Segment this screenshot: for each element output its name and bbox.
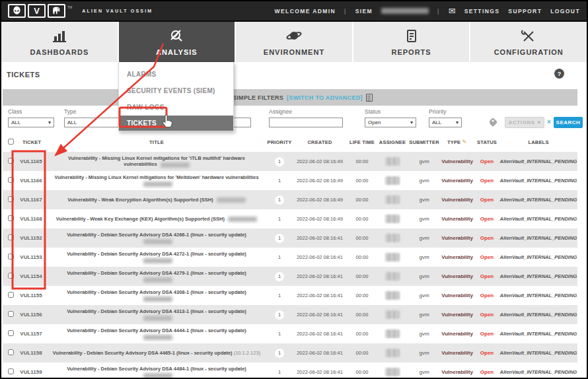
ticket-row[interactable]: VUL1166 Vulnerability - Missing Linux Ke… bbox=[3, 171, 577, 190]
priority-cell: 1 bbox=[267, 349, 292, 358]
ticket-row[interactable]: VUL1167 Vulnerability - Weak Encryption … bbox=[3, 190, 577, 209]
ticket-title[interactable]: Vulnerability - Weak Key Exchange (KEX) … bbox=[46, 216, 267, 222]
assignee-cell bbox=[377, 368, 408, 376]
lifetime-cell: 00:00 bbox=[348, 235, 377, 241]
row-checkbox[interactable] bbox=[8, 330, 14, 336]
menu-item-raw-logs[interactable]: RAW LOGS bbox=[119, 99, 233, 116]
row-checkbox[interactable] bbox=[8, 234, 14, 240]
ticket-title[interactable]: Vulnerability - Debian Security Advisory… bbox=[46, 251, 267, 263]
actions-button[interactable]: ACTIONS ▾ bbox=[505, 117, 544, 128]
created-cell: 2022-06-02 08:16:41 bbox=[292, 235, 348, 241]
ticket-title[interactable]: Vulnerability - Debian Security Advisory… bbox=[46, 327, 267, 339]
assignee-cell bbox=[377, 329, 408, 338]
nav-tab-configuration[interactable]: CONFIGURATION bbox=[470, 22, 587, 62]
ticket-title[interactable]: Vulnerability - Debian Security Advisory… bbox=[46, 289, 267, 301]
ticket-title[interactable]: Vulnerability - Weak Encryption Algorith… bbox=[46, 197, 267, 203]
row-checkbox[interactable] bbox=[8, 196, 14, 202]
col-type[interactable]: TYPE✎ bbox=[440, 139, 474, 145]
nav-tab-dashboards[interactable]: DASHBOARDS bbox=[1, 22, 118, 62]
ticket-title[interactable]: Vulnerability - Missing Linux Kernel mit… bbox=[46, 155, 267, 167]
ticket-title[interactable]: Vulnerability - Debian Security Advisory… bbox=[46, 366, 267, 378]
menu-item-alarms[interactable]: ALARMS bbox=[119, 66, 233, 83]
row-checkbox[interactable] bbox=[8, 311, 14, 317]
select-all-checkbox[interactable] bbox=[8, 139, 14, 145]
planet-icon bbox=[285, 28, 303, 44]
lifetime-cell: 00:00 bbox=[348, 197, 377, 203]
status-badge[interactable]: Open bbox=[474, 369, 499, 375]
menu-item-tickets[interactable]: TICKETS bbox=[119, 116, 233, 131]
ticket-row[interactable]: VUL1156 Vulnerability - Debian Security … bbox=[3, 305, 577, 324]
status-badge[interactable]: Open bbox=[474, 350, 499, 356]
nav-tab-analysis[interactable]: ANALYSIS bbox=[119, 22, 235, 62]
menu-item-security-events[interactable]: SECURITY EVENTS (SIEM) bbox=[119, 83, 233, 99]
ticket-row[interactable]: VUL1153 Vulnerability - Debian Security … bbox=[3, 248, 577, 267]
status-badge[interactable]: Open bbox=[474, 216, 499, 222]
nav-tab-environment[interactable]: ENVIRONMENT bbox=[236, 22, 352, 62]
switch-to-advanced-link[interactable]: [SWITCH TO ADVANCED] bbox=[287, 94, 363, 101]
ticket-title[interactable]: Vulnerability - Debian Security Advisory… bbox=[46, 232, 267, 244]
ticket-row[interactable]: VUL1165 Vulnerability - Missing Linux Ke… bbox=[3, 152, 577, 171]
pencil-icon[interactable]: ✎ bbox=[462, 139, 467, 145]
status-select[interactable]: Open ▾ bbox=[365, 118, 416, 127]
row-checkbox[interactable] bbox=[8, 292, 14, 298]
status-badge[interactable]: Open bbox=[474, 331, 499, 337]
ticket-row[interactable]: VUL1159 Vulnerability - Debian Security … bbox=[3, 362, 577, 378]
help-button[interactable]: ? bbox=[554, 69, 564, 79]
status-badge[interactable]: Open bbox=[474, 158, 499, 164]
col-labels[interactable]: LABELS bbox=[499, 139, 577, 145]
ticket-row[interactable]: VUL1155 Vulnerability - Debian Security … bbox=[3, 286, 577, 305]
logout-link[interactable]: LOGOUT bbox=[550, 8, 580, 15]
row-checkbox[interactable] bbox=[8, 215, 14, 221]
status-badge[interactable]: Open bbox=[474, 197, 499, 203]
ticket-title[interactable]: Vulnerability - Debian Security Advisory… bbox=[46, 270, 267, 282]
ticket-row[interactable]: VUL1158 Vulnerability - Debian Security … bbox=[3, 343, 577, 362]
mail-icon[interactable]: ✉ bbox=[449, 6, 456, 16]
row-checkbox[interactable] bbox=[8, 177, 14, 183]
ticket-row[interactable]: VUL1152 Vulnerability - Debian Security … bbox=[3, 228, 577, 248]
col-assignee[interactable]: ASSIGNEE bbox=[377, 139, 408, 145]
assignee-redacted-avatar bbox=[385, 157, 400, 166]
status-badge[interactable]: Open bbox=[474, 273, 499, 279]
row-checkbox[interactable] bbox=[8, 158, 14, 164]
tag-icon[interactable] bbox=[488, 118, 497, 127]
status-badge[interactable]: Open bbox=[474, 254, 499, 260]
ticket-title[interactable]: Vulnerability - Debian Security Advisory… bbox=[46, 308, 267, 320]
ticket-title[interactable]: Vulnerability - Missing Linux Kernel mit… bbox=[46, 174, 267, 186]
nav-tab-reports[interactable]: REPORTS bbox=[353, 22, 470, 62]
submitter-cell: gvm bbox=[408, 254, 440, 260]
clear-filter-icon[interactable]: × bbox=[547, 118, 551, 125]
lifetime-cell: 00:00 bbox=[348, 273, 377, 279]
col-ticket[interactable]: TICKET bbox=[16, 139, 46, 145]
priority-cell: 1 bbox=[267, 368, 292, 377]
ticket-row[interactable]: VUL1157 Vulnerability - Debian Security … bbox=[3, 324, 577, 343]
priority-cell: 1 bbox=[267, 272, 292, 281]
assignee-input[interactable] bbox=[269, 118, 343, 127]
settings-link[interactable]: SETTINGS bbox=[464, 8, 500, 15]
row-checkbox[interactable] bbox=[8, 368, 14, 374]
ticket-row[interactable]: VUL1154 Vulnerability - Debian Security … bbox=[3, 267, 577, 286]
row-checkbox[interactable] bbox=[8, 349, 14, 355]
ticket-row[interactable]: VUL1168 Vulnerability - Weak Key Exchang… bbox=[3, 209, 577, 228]
row-checkbox[interactable] bbox=[8, 254, 14, 259]
status-badge[interactable]: Open bbox=[474, 312, 499, 318]
col-status[interactable]: STATUS bbox=[474, 139, 499, 145]
col-priority[interactable]: PRIORITY bbox=[267, 139, 292, 145]
class-select[interactable]: ALL ▾ bbox=[8, 118, 54, 127]
lifetime-cell: 00:00 bbox=[348, 331, 377, 337]
col-submitter[interactable]: SUBMITTER bbox=[408, 139, 440, 145]
status-badge[interactable]: Open bbox=[474, 178, 499, 184]
row-checkbox[interactable] bbox=[8, 273, 14, 279]
search-button[interactable]: SEARCH bbox=[554, 117, 583, 128]
col-created[interactable]: CREATED bbox=[292, 139, 348, 145]
support-link[interactable]: SUPPORT bbox=[508, 8, 542, 15]
redacted-text bbox=[143, 316, 172, 321]
type-cell: Vulnerability bbox=[440, 197, 474, 203]
col-lifetime[interactable]: LIFE TIME bbox=[348, 139, 377, 145]
ticket-title[interactable]: Vulnerability - Debian Security Advisory… bbox=[46, 350, 267, 356]
col-title[interactable]: TITLE bbox=[46, 139, 267, 145]
report-document-icon bbox=[403, 28, 420, 44]
submitter-cell: gvm bbox=[408, 293, 440, 298]
priority-select[interactable]: ALL ▾ bbox=[429, 118, 462, 127]
status-badge[interactable]: Open bbox=[474, 293, 499, 298]
status-badge[interactable]: Open bbox=[474, 235, 499, 241]
